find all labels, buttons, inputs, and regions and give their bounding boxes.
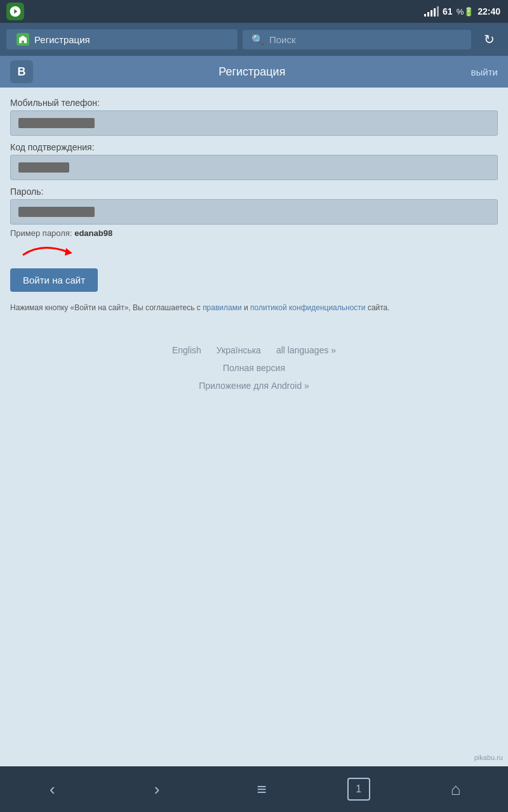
language-links: English Українська all languages » (172, 345, 336, 355)
search-icon: 🔍 (251, 34, 264, 46)
tabs-button[interactable]: 1 (347, 778, 370, 801)
password-group: Пароль: Пример пароля: edanab98 (10, 187, 498, 238)
tab-title: Регистрация (34, 34, 90, 45)
submit-button[interactable]: Войти на сайт (10, 268, 98, 292)
privacy-link[interactable]: политикой конфиденциальности (250, 303, 365, 312)
rules-link[interactable]: правилами (203, 303, 242, 312)
battery-percentage: 61 (443, 6, 453, 16)
browser-tab[interactable]: Регистрация (6, 29, 237, 49)
phone-label: Мобильный телефон: (10, 98, 498, 108)
battery-icon: %🔋 (457, 7, 474, 16)
watermark: pikabu.ru (474, 754, 503, 761)
android-app-link[interactable]: Приложение для Android » (199, 381, 309, 391)
vk-logo: В (10, 60, 33, 83)
code-value-censored (18, 162, 69, 173)
clock: 22:40 (478, 6, 500, 16)
signal-icon (424, 6, 439, 16)
forward-button[interactable]: › (138, 770, 176, 808)
refresh-button[interactable]: ↻ (476, 27, 502, 52)
password-label: Пароль: (10, 187, 498, 197)
logout-button[interactable]: выйти (471, 67, 498, 77)
code-group: Код подтверждения: (10, 142, 498, 180)
page-title: Регистрация (33, 65, 471, 79)
full-version-link[interactable]: Полная версия (223, 363, 285, 373)
password-hint: Пример пароля: edanab98 (10, 228, 498, 238)
all-languages-link[interactable]: all languages » (276, 345, 336, 355)
password-value-censored (18, 207, 95, 217)
back-button[interactable]: ‹ (33, 770, 71, 808)
ukrainian-link[interactable]: Українська (217, 345, 261, 355)
phone-group: Мобильный телефон: (10, 98, 498, 136)
english-link[interactable]: English (172, 345, 201, 355)
home-button[interactable]: ⌂ (437, 770, 475, 808)
code-label: Код подтверждения: (10, 142, 498, 152)
phone-value-censored (18, 118, 95, 128)
svg-marker-0 (65, 248, 72, 256)
app-icon (6, 3, 24, 20)
menu-button[interactable]: ≡ (243, 770, 281, 808)
terms-notice: Нажимая кнопку «Войти на сайт», Вы согла… (10, 302, 498, 313)
search-text: Поиск (269, 34, 296, 45)
tab-favicon (17, 33, 29, 46)
red-arrow-annotation (17, 239, 80, 261)
search-bar[interactable]: 🔍 Поиск (243, 30, 471, 49)
